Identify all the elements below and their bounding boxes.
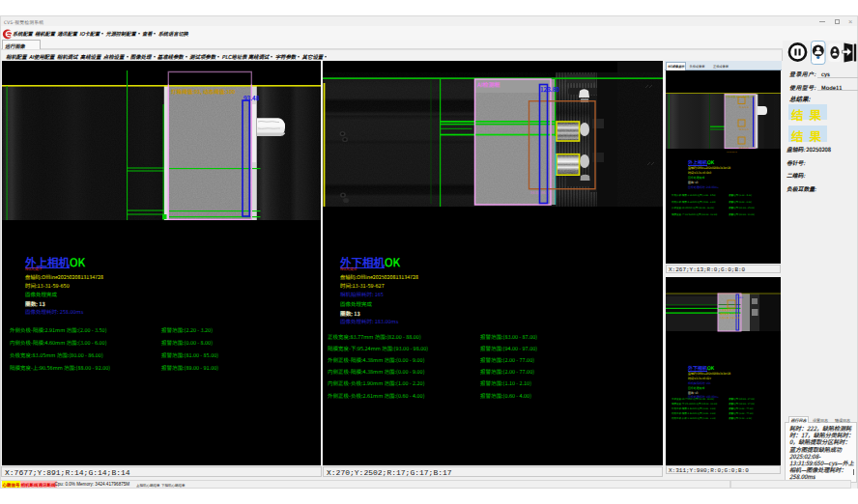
svg-text:83.05 4.6: 83.05 4.6 [739,146,749,150]
svg-text:内侧正极-负极:1.90: 内侧正极-负极:1.90 [720,315,740,319]
svg-text:123.8: 123.8 [737,294,744,298]
svg-text:90.56 2.9: 90.56 2.9 [739,127,749,131]
svg-text:12.5 84.8: 12.5 84.8 [727,151,737,153]
svg-text:AI检测框: AI检测框 [476,80,500,89]
svg-text:灯箱阈值:93, 动态阈值:100: 灯箱阈值:93, 动态阈值:100 [171,88,235,96]
svg-text:灯箱阈值:93 动态阈值:100: 灯箱阈值:93 动态阈值:100 [726,95,756,98]
svg-text:123.80: 123.80 [540,84,559,94]
svg-text:93.48 1.0: 93.48 1.0 [739,105,749,109]
svg-text:93.48: 93.48 [243,93,260,102]
